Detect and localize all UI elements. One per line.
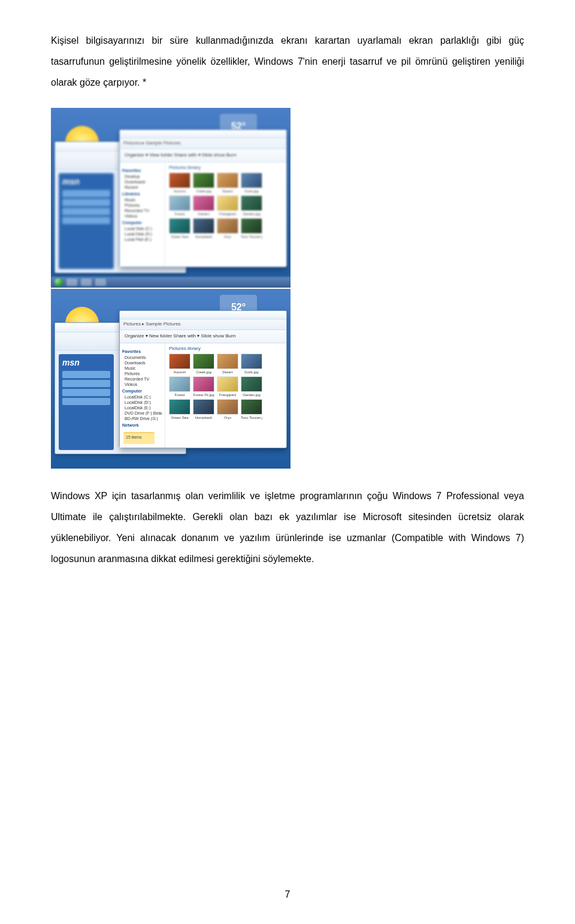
nav-item: LocalDisk (E:) — [122, 406, 162, 410]
msn-link — [62, 398, 110, 405]
thumb-garden2 — [241, 195, 262, 211]
explorer-toolbar: Organize ▾ New folder Share with ▾ Slide… — [120, 330, 286, 343]
msn-logo: msn — [62, 358, 110, 367]
thumb-creek — [193, 173, 214, 188]
thumb-desert — [217, 354, 238, 369]
explorer-addressbar: Pictures ▸ Sample Pictures — [120, 138, 286, 149]
thumb-label: Garden.jpg — [241, 393, 262, 397]
nav-item: Downloads — [122, 361, 162, 365]
thumb-label: Dock.jpg — [241, 370, 262, 374]
msn-link — [62, 380, 110, 387]
thumb-label: Garden.jpg — [241, 212, 262, 216]
nav-item: Videos — [122, 382, 162, 386]
screenshots-figure: 52° msn Pictures ▸ Sample Pictures Organ… — [51, 108, 524, 469]
thumb-label: Toco Toucan.jpg — [241, 235, 262, 238]
status-bar-folder: 15 items — [123, 432, 155, 444]
thumb-frangipani — [217, 195, 238, 211]
msn-link — [62, 389, 110, 396]
thumb-autumn — [169, 354, 190, 369]
nav-favorites-head: Favorites — [122, 168, 162, 173]
nav-item: Videos — [122, 214, 162, 218]
msn-link — [62, 199, 110, 206]
explorer-window: Pictures ▸ Sample Pictures Organize ▾ Vi… — [119, 129, 287, 267]
nav-item: Pictures — [122, 372, 162, 376]
thumb-row — [169, 218, 283, 234]
thumb-label: Green Sea — [169, 416, 190, 419]
msn-panel: msn — [59, 173, 114, 269]
nav-item: Local Part (E:) — [122, 237, 162, 241]
msn-link — [62, 371, 110, 378]
screenshot-2-sharp: 52° msn Pictures ▸ Sample Pictures Organ… — [51, 289, 290, 469]
nav-item: Local Disk (D:) — [122, 232, 162, 236]
nav-item: Pictures — [122, 203, 162, 207]
task-icon — [95, 279, 106, 286]
nav-item: Music — [122, 198, 162, 202]
thumb-label: Desert — [217, 370, 238, 374]
thumb-label: Forest Flr.jpg — [193, 393, 214, 397]
thumb-humpback — [193, 399, 214, 415]
thumb-label: Forest — [169, 212, 190, 216]
thumb-label: Forest — [169, 393, 190, 397]
thumb-label: Desert — [217, 189, 238, 193]
nav-item: Music — [122, 366, 162, 370]
msn-link — [62, 190, 110, 197]
paragraph-1: Kişisel bilgisayarınızı bir süre kullanm… — [51, 30, 524, 93]
thumb-toucan — [241, 218, 262, 234]
nav-item: Desktop — [122, 174, 162, 179]
thumb-frangipani — [217, 376, 238, 392]
screenshot-1-blurred: 52° msn Pictures ▸ Sample Pictures Organ… — [51, 108, 290, 288]
nav-item: Documents — [122, 355, 162, 360]
thumb-humpback — [193, 218, 214, 234]
explorer-nav-pane: Favorites Desktop Downloads Recent Libra… — [120, 162, 165, 267]
msn-link — [62, 208, 110, 215]
thumb-greensea — [169, 218, 190, 234]
nav-item: BD-RW Drive (G:) — [122, 416, 162, 421]
thumb-autumn — [169, 173, 190, 188]
thumb-oryx — [217, 399, 238, 415]
thumb-row — [169, 399, 283, 415]
explorer-addressbar: Pictures ▸ Sample Pictures — [120, 319, 286, 330]
thumb-row — [169, 354, 283, 369]
nav-favorites-head: Favorites — [122, 349, 162, 354]
nav-item: DVD Drive (F:) Beta — [122, 411, 162, 415]
library-title: Pictures library — [169, 346, 283, 351]
taskbar — [51, 277, 290, 288]
explorer-titlebar — [120, 311, 286, 319]
thumb-row — [169, 195, 283, 211]
thumb-garden — [193, 376, 214, 392]
thumb-label: Humpback — [193, 235, 214, 238]
explorer-content: Pictures library Autumn Creek.jpg Desert… — [165, 162, 286, 267]
library-title: Pictures library — [169, 165, 283, 170]
thumb-label: Humpback — [193, 416, 214, 419]
thumb-label: Autumn — [169, 370, 190, 374]
thumb-label: Toco Toucan.jpg — [241, 416, 262, 419]
thumb-label: Green Sea — [169, 235, 190, 238]
paragraph-2: Windows XP için tasarlanmış olan verimli… — [51, 485, 524, 570]
nav-item: LocalDisk (C:) — [122, 395, 162, 399]
thumb-garden2 — [241, 376, 262, 392]
explorer-toolbar: Organize ▾ View folder Share with ▾ Slid… — [120, 149, 286, 162]
task-icon — [66, 279, 77, 286]
thumb-toucan — [241, 399, 262, 415]
thumb-label: Oryx — [217, 416, 238, 419]
msn-logo: msn — [62, 177, 110, 186]
label-row: Green Sea Humpback Oryx Toco Toucan.jpg — [169, 416, 283, 419]
thumb-row — [169, 173, 283, 188]
explorer-body: Favorites Desktop Downloads Recent Libra… — [120, 162, 286, 267]
msn-link — [62, 217, 110, 224]
thumb-label: Garden — [193, 212, 214, 216]
thumb-label: Frangipani — [217, 393, 238, 397]
thumb-row — [169, 376, 283, 392]
thumb-desert — [217, 173, 238, 188]
thumb-oryx — [217, 218, 238, 234]
page-number: 7 — [0, 889, 575, 900]
thumb-label: Creek.jpg — [193, 189, 214, 193]
label-row: Autumn Creek.jpg Desert Dock.jpg — [169, 370, 283, 374]
thumb-label: Oryx — [217, 235, 238, 238]
thumb-greensea — [169, 399, 190, 415]
label-row: Green Sea Humpback Oryx Toco Toucan.jpg — [169, 235, 283, 238]
nav-item: Recorded TV — [122, 209, 162, 213]
task-icon — [81, 279, 92, 286]
nav-item: Downloads — [122, 180, 162, 184]
thumb-forest — [169, 376, 190, 392]
